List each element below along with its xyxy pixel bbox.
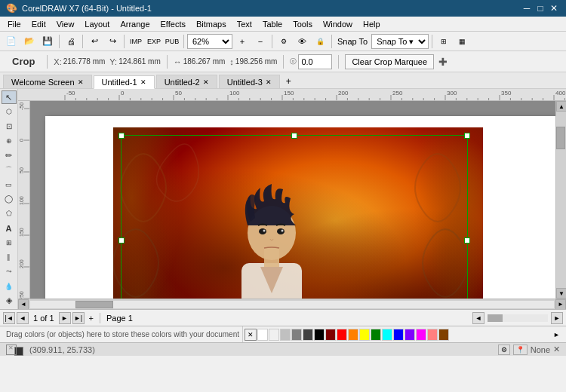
view-btn1[interactable]: ⊞: [435, 33, 452, 50]
color-pink[interactable]: [427, 329, 438, 341]
publish-btn[interactable]: PUB: [164, 33, 180, 50]
first-page-btn[interactable]: |◄: [3, 312, 15, 324]
parallel-tool-btn[interactable]: ∥: [2, 250, 17, 264]
status-btn2[interactable]: 📍: [513, 345, 528, 355]
color-gray[interactable]: [291, 329, 302, 341]
color-magenta[interactable]: [416, 329, 426, 341]
right-scrollbar[interactable]: ▲ ▼: [555, 101, 566, 299]
redo-btn[interactable]: ↪: [104, 33, 121, 50]
menu-file[interactable]: File: [3, 18, 26, 30]
tab-untitled2[interactable]: Untitled-2 ✕: [156, 75, 217, 88]
ellipse-tool-btn[interactable]: ◯: [2, 192, 17, 206]
menu-text[interactable]: Text: [232, 18, 257, 30]
scroll-thumb-h[interactable]: [75, 301, 113, 308]
color-silver[interactable]: [280, 329, 291, 341]
menu-layout[interactable]: Layout: [80, 18, 114, 30]
color-purple[interactable]: [405, 329, 415, 341]
color-brown[interactable]: [438, 329, 449, 341]
color-cyan[interactable]: [382, 329, 392, 341]
tab-untitled1[interactable]: Untitled-1 ✕: [94, 75, 155, 89]
menu-arrange[interactable]: Arrange: [115, 18, 154, 30]
import-btn[interactable]: IMP: [128, 33, 144, 50]
prev-page-btn[interactable]: ◄: [17, 312, 29, 324]
color-white[interactable]: [257, 329, 268, 341]
standard-toolbar: 📄 📂 💾 🖨 ↩ ↪ IMP EXP PUB 62% 50% 75% 100%…: [0, 32, 566, 51]
add-tab-btn[interactable]: +: [281, 75, 296, 88]
view-btn2[interactable]: ▦: [454, 33, 470, 50]
bottom-status: ✕ (309.911, 25.733) ⚙ 📍 None ✕: [0, 342, 566, 356]
clear-crop-button[interactable]: Clear Crop Marquee: [345, 54, 434, 69]
polygon-tool-btn[interactable]: ⬠: [2, 207, 17, 220]
scroll-thumb2[interactable]: [488, 314, 503, 322]
maximize-btn[interactable]: □: [534, 2, 546, 14]
color-green[interactable]: [371, 329, 381, 341]
text-tool-btn[interactable]: A: [2, 221, 17, 234]
print-btn[interactable]: 🖨: [63, 33, 79, 50]
tab-welcome-close[interactable]: ✕: [78, 78, 84, 86]
options-btn3[interactable]: 🔒: [312, 33, 328, 50]
minimize-btn[interactable]: ─: [521, 2, 533, 14]
node-tool-btn[interactable]: ⬡: [2, 105, 17, 118]
menu-bitmaps[interactable]: Bitmaps: [192, 18, 231, 30]
save-btn[interactable]: 💾: [39, 33, 56, 50]
scroll-left-btn[interactable]: ◄: [18, 299, 29, 310]
scroll-right-btn[interactable]: ►: [555, 299, 566, 310]
menu-window[interactable]: Window: [318, 18, 357, 30]
color-blue[interactable]: [393, 329, 404, 341]
no-color-swatch[interactable]: ✕: [245, 329, 257, 341]
tab-untitled1-close[interactable]: ✕: [140, 78, 146, 86]
table-tool-btn[interactable]: ⊞: [2, 236, 17, 250]
tab-untitled3[interactable]: Untitled-3 ✕: [219, 75, 280, 88]
fill-tool-btn[interactable]: ◈: [2, 294, 17, 308]
scroll-right2-btn[interactable]: ►: [551, 312, 563, 324]
menu-effects[interactable]: Effects: [156, 18, 190, 30]
bottom-scrollbar[interactable]: ◄ ►: [18, 299, 566, 309]
tab-untitled2-close[interactable]: ✕: [203, 78, 209, 86]
zoom-select[interactable]: 62% 50% 75% 100%: [187, 34, 232, 49]
freehand-tool-btn[interactable]: ✏: [2, 149, 17, 162]
scroll-up-btn[interactable]: ▲: [556, 101, 566, 112]
close-status-icon[interactable]: ✕: [553, 345, 560, 354]
export-btn[interactable]: EXP: [146, 33, 162, 50]
add-page-btn[interactable]: +: [89, 314, 94, 323]
new-btn[interactable]: 📄: [3, 33, 20, 50]
color-red[interactable]: [337, 329, 347, 341]
options-status-btn[interactable]: ⚙: [498, 345, 510, 355]
color-black[interactable]: [314, 329, 325, 341]
zoom-out-btn[interactable]: −: [252, 33, 269, 50]
scroll-left2-btn[interactable]: ◄: [472, 312, 484, 324]
open-btn[interactable]: 📂: [21, 33, 38, 50]
connector-tool-btn[interactable]: ⤳: [2, 265, 17, 278]
smart-draw-tool-btn[interactable]: ⌒: [2, 163, 17, 176]
snap-to-select[interactable]: Snap To ▾: [371, 34, 429, 49]
color-darkred[interactable]: [325, 329, 336, 341]
zoom-in-btn[interactable]: +: [234, 33, 251, 50]
menu-edit[interactable]: Edit: [27, 18, 51, 30]
close-btn[interactable]: ✕: [548, 2, 560, 14]
selection-tool-btn[interactable]: ↖: [2, 90, 17, 104]
color-darkgray[interactable]: [303, 329, 313, 341]
crop-tool-btn[interactable]: ⊡: [2, 120, 17, 133]
palette-scroll-btn[interactable]: ►: [553, 331, 560, 338]
zoom-tool-btn[interactable]: ⊕: [2, 134, 17, 148]
dropper-tool-btn[interactable]: 💧: [2, 279, 17, 292]
tab-untitled3-close[interactable]: ✕: [266, 78, 272, 86]
color-orange[interactable]: [348, 329, 358, 341]
scroll-thumb-v[interactable]: [556, 127, 565, 149]
menu-help[interactable]: Help: [358, 18, 385, 30]
color-lightgray[interactable]: [269, 329, 279, 341]
next-page-btn[interactable]: ►: [59, 312, 71, 324]
last-page-btn[interactable]: ►|: [72, 312, 85, 324]
canvas-inner[interactable]: Saidoen.com: [30, 101, 555, 299]
options-btn2[interactable]: 👁: [294, 33, 310, 50]
menu-tools[interactable]: Tools: [288, 18, 317, 30]
tab-welcome[interactable]: Welcome Screen ✕: [3, 75, 92, 88]
undo-btn[interactable]: ↩: [86, 33, 103, 50]
options-btn1[interactable]: ⚙: [275, 33, 292, 50]
menu-table[interactable]: Table: [258, 18, 287, 30]
rect-tool-btn[interactable]: ▭: [2, 178, 17, 191]
menu-view[interactable]: View: [52, 18, 79, 30]
scroll-down-btn[interactable]: ▼: [556, 288, 566, 299]
angle-input[interactable]: [298, 54, 332, 69]
color-yellow[interactable]: [359, 329, 370, 341]
